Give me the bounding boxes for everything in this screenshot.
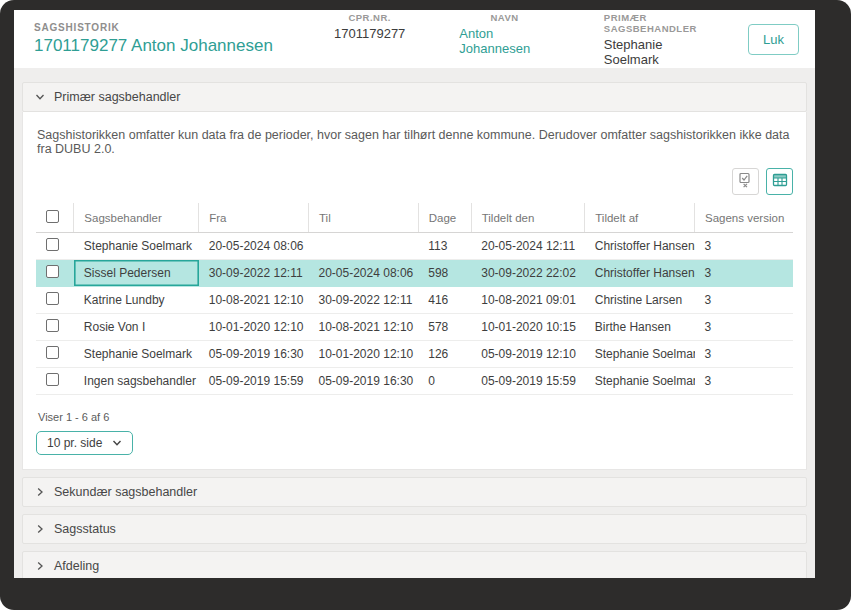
cell-version: 3 (695, 287, 793, 314)
cell-version: 3 (695, 368, 793, 395)
cell-fra: 30-09-2022 12:11 (199, 260, 309, 287)
cell-tildelt-af: Christine Larsen (585, 287, 695, 314)
row-checkbox[interactable] (46, 373, 59, 386)
accordion-label: Sekundær sagsbehandler (54, 485, 197, 499)
cell-fra: 10-08-2021 12:10 (199, 287, 309, 314)
cell-dage: 578 (418, 314, 471, 341)
chevron-right-icon (35, 487, 45, 497)
select-all-checkbox[interactable] (46, 210, 59, 223)
cell-sagsbehandler: Rosie Von I (74, 314, 199, 341)
table-row[interactable]: Stephanie Soelmark 20-05-2024 08:06 113 … (36, 233, 793, 260)
field-primaer-sagsbehandler: PRIMÆR SAGSBEHANDLER Stephanie Soelmark (604, 12, 720, 67)
cell-til: 10-08-2021 12:10 (308, 314, 418, 341)
cell-til (308, 233, 418, 260)
row-checkbox[interactable] (46, 238, 59, 251)
window-header: SAGSHISTORIK 1701179277 Anton Johannesen… (14, 10, 815, 68)
chevron-down-icon (112, 438, 122, 448)
cell-til: 30-09-2022 12:11 (308, 287, 418, 314)
col-dage[interactable]: Dage (418, 203, 471, 233)
close-button[interactable]: Luk (748, 24, 799, 55)
page-size-value: 10 pr. side (47, 436, 102, 450)
col-tildelt-den[interactable]: Tildelt den (471, 203, 585, 233)
checkbox-select-icon (738, 172, 754, 191)
col-til[interactable]: Til (308, 203, 418, 233)
cell-til: 10-01-2020 12:10 (308, 341, 418, 368)
field-primaer-label: PRIMÆR SAGSBEHANDLER (604, 12, 720, 34)
cell-tildelt-den: 20-05-2024 12:11 (471, 233, 585, 260)
table-row[interactable]: Katrine Lundby 10-08-2021 12:10 30-09-20… (36, 287, 793, 314)
window-eyebrow: SAGSHISTORIK (34, 22, 334, 33)
cell-til: 20-05-2024 08:06 (308, 260, 418, 287)
cell-sagsbehandler: Ingen sagsbehandler (74, 368, 199, 395)
col-fra[interactable]: Fra (199, 203, 309, 233)
accordion-primaer-sagsbehandler[interactable]: Primær sagsbehandler (22, 82, 807, 112)
cell-version: 3 (695, 260, 793, 287)
field-navn-label: NAVN (490, 12, 518, 23)
row-checkbox[interactable] (46, 265, 59, 278)
accordion-label: Sagsstatus (54, 522, 116, 536)
accordion-label: Afdeling (54, 559, 99, 573)
cell-dage: 113 (418, 233, 471, 260)
table-row[interactable]: Rosie Von I 10-01-2020 12:10 10-08-2021 … (36, 314, 793, 341)
table-view-icon-button[interactable] (766, 168, 793, 195)
field-navn-value-link[interactable]: Anton Johannesen (459, 26, 549, 56)
table-row[interactable]: Ingen sagsbehandler 05-09-2019 15:59 05-… (36, 368, 793, 395)
row-checkbox[interactable] (46, 319, 59, 332)
select-all-cell (36, 203, 74, 233)
page-title: 1701179277 Anton Johannesen (34, 36, 334, 56)
col-tildelt-af[interactable]: Tildelt af (585, 203, 695, 233)
table-toolbar (36, 168, 793, 195)
page-size-select[interactable]: 10 pr. side (36, 431, 133, 455)
col-sagsbehandler[interactable]: Sagsbehandler (74, 203, 199, 233)
table-footer: Viser 1 - 6 af 6 10 pr. side (36, 411, 793, 455)
cell-version: 3 (695, 314, 793, 341)
table-header-row: Sagsbehandler Fra Til Dage Tildelt den T… (36, 203, 793, 233)
accordion-afdeling[interactable]: Afdeling (22, 551, 807, 578)
cell-tildelt-af: Stephanie Soelmark (585, 368, 695, 395)
cell-tildelt-den: 30-09-2022 22:02 (471, 260, 585, 287)
cell-tildelt-af: Stephanie Soelmark (585, 341, 695, 368)
cell-sagsbehandler: Stephanie Soelmark (74, 233, 199, 260)
chevron-right-icon (35, 524, 45, 534)
cell-sagsbehandler: Katrine Lundby (74, 287, 199, 314)
history-notice-text: Sagshistorikken omfatter kun data fra de… (37, 128, 792, 156)
sagsbehandler-history-table: Sagsbehandler Fra Til Dage Tildelt den T… (36, 203, 793, 395)
cell-sagsbehandler-focused[interactable]: Sissel Pedersen (74, 260, 199, 287)
cell-tildelt-af: Birthe Hansen (585, 314, 695, 341)
table-row[interactable]: Stephanie Soelmark 05-09-2019 16:30 10-0… (36, 341, 793, 368)
cell-sagsbehandler: Stephanie Soelmark (74, 341, 199, 368)
cell-fra: 20-05-2024 08:06 (199, 233, 309, 260)
screenshot-stage: SAGSHISTORIK 1701179277 Anton Johannesen… (0, 0, 851, 610)
cell-tildelt-den: 05-09-2019 12:10 (471, 341, 585, 368)
cell-fra: 10-01-2020 12:10 (199, 314, 309, 341)
accordion-sekundaer-sagsbehandler[interactable]: Sekundær sagsbehandler (22, 477, 807, 507)
cell-dage: 126 (418, 341, 471, 368)
accordion-label: Primær sagsbehandler (54, 90, 180, 104)
cell-version: 3 (695, 341, 793, 368)
checkbox-select-icon-button[interactable] (732, 168, 759, 195)
row-checkbox[interactable] (46, 292, 59, 305)
table-view-icon (772, 172, 788, 191)
cell-dage: 416 (418, 287, 471, 314)
cell-fra: 05-09-2019 16:30 (199, 341, 309, 368)
window-body: Primær sagsbehandler Sagshistorikken omf… (14, 68, 815, 578)
accordion-sagsstatus[interactable]: Sagsstatus (22, 514, 807, 544)
cell-dage: 0 (418, 368, 471, 395)
cell-til: 05-09-2019 16:30 (308, 368, 418, 395)
field-cpr: CPR.NR. 1701179277 (334, 12, 405, 67)
row-checkbox[interactable] (46, 346, 59, 359)
col-sagens-version[interactable]: Sagens version (695, 203, 793, 233)
cell-tildelt-den: 05-09-2019 15:59 (471, 368, 585, 395)
field-cpr-value: 1701179277 (334, 26, 405, 41)
field-cpr-label: CPR.NR. (348, 12, 391, 23)
table-row-selected[interactable]: Sissel Pedersen 30-09-2022 12:11 20-05-2… (36, 260, 793, 287)
results-summary: Viser 1 - 6 af 6 (38, 411, 793, 423)
chevron-right-icon (35, 561, 45, 571)
primaer-sagsbehandler-panel: Sagshistorikken omfatter kun data fra de… (22, 112, 807, 470)
header-title-block: SAGSHISTORIK 1701179277 Anton Johannesen (34, 22, 334, 56)
cell-dage: 598 (418, 260, 471, 287)
cell-version: 3 (695, 233, 793, 260)
cell-tildelt-den: 10-08-2021 09:01 (471, 287, 585, 314)
field-navn: NAVN Anton Johannesen (459, 12, 549, 67)
cell-fra: 05-09-2019 15:59 (199, 368, 309, 395)
